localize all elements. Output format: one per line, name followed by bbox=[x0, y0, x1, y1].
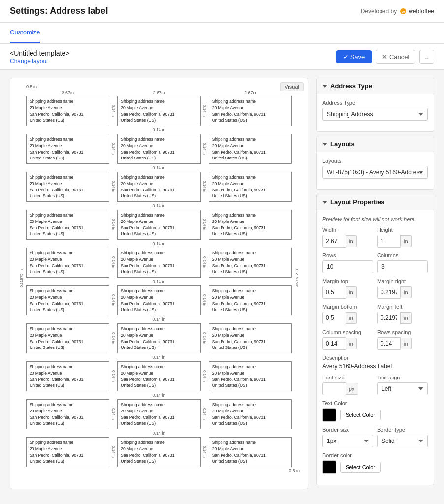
label-cell-10-1: Shipping address name20 Maple AvenueSan … bbox=[26, 437, 109, 467]
margin-left-input[interactable] bbox=[377, 312, 401, 324]
row-spacing-label: Rows spacing bbox=[377, 329, 428, 335]
margin-left-group: Margin left in bbox=[377, 304, 428, 324]
toolbar: <Untitled template> Change layout ✓ Save… bbox=[0, 44, 444, 70]
border-type-label: Border type bbox=[377, 427, 428, 433]
font-size-input[interactable] bbox=[322, 382, 346, 395]
label-cell-9-3: Shipping address name20 Maple AvenueSan … bbox=[209, 399, 292, 429]
label-cell-6-1: Shipping address name20 Maple AvenueSan … bbox=[26, 285, 109, 315]
menu-button[interactable]: ≡ bbox=[419, 50, 434, 64]
row-spacing-unit: in bbox=[401, 338, 412, 349]
width-height-row: Width in Height in bbox=[322, 227, 428, 248]
label-cell-4-3: Shipping address name20 Maple AvenueSan … bbox=[209, 210, 292, 240]
description-value: Avery 5160-Address Label bbox=[322, 363, 428, 370]
row-spacer-1: 0.14 in bbox=[26, 126, 292, 134]
layouts-group: Layouts WL-875(10x3) - Avery 5160-Addres… bbox=[322, 158, 428, 179]
layout-properties-title: Layout Properties bbox=[330, 198, 385, 206]
col2-ruler: 2.67in bbox=[117, 90, 200, 95]
margin-top-group: Margin top in bbox=[322, 278, 373, 299]
label-row-6: Shipping address name20 Maple AvenueSan … bbox=[26, 285, 292, 315]
height-label: Height bbox=[377, 227, 428, 233]
layouts-select[interactable]: WL-875(10x3) - Avery 5160-Address Label bbox=[322, 166, 428, 179]
border-color-label: Border color bbox=[322, 452, 428, 458]
label-cell-6-3: Shipping address name20 Maple AvenueSan … bbox=[209, 285, 292, 315]
layouts-body: Layouts WL-875(10x3) - Avery 5160-Addres… bbox=[317, 152, 434, 189]
layouts-header[interactable]: Layouts bbox=[317, 136, 434, 152]
border-size-label: Border size bbox=[322, 427, 373, 433]
tab-customize[interactable]: Customize bbox=[10, 23, 40, 43]
border-color-select-button[interactable]: Select Color bbox=[340, 462, 381, 472]
layout-properties-body: Preview for font size will not work here… bbox=[317, 210, 434, 485]
label-row-4: Shipping address name20 Maple AvenueSan … bbox=[26, 210, 292, 240]
label-cell-9-1: Shipping address name20 Maple AvenueSan … bbox=[26, 399, 109, 429]
columns-input[interactable] bbox=[377, 260, 428, 273]
margin-right-group: Margin right in bbox=[377, 278, 428, 299]
description-label: Description bbox=[322, 355, 428, 361]
rows-group: Rows bbox=[322, 252, 373, 273]
save-button[interactable]: ✓ Save bbox=[336, 50, 372, 63]
cancel-button[interactable]: ✕ Cancel bbox=[376, 50, 415, 64]
label-cell-2-3: Shipping address name20 Maple AvenueSan … bbox=[209, 134, 292, 164]
margin-right-input[interactable] bbox=[377, 286, 401, 299]
logo-label: webtoffee bbox=[409, 8, 434, 15]
col-spacing-input[interactable] bbox=[322, 337, 346, 350]
label-row-7: Shipping address name20 Maple AvenueSan … bbox=[26, 323, 292, 353]
width-label: Width bbox=[322, 227, 373, 233]
font-size-label: Font size bbox=[322, 375, 373, 380]
left-margin-label: 0.21975 in bbox=[19, 269, 24, 287]
col-spacer-2: 0.14 in bbox=[201, 96, 209, 126]
toolbar-left: <Untitled template> Change layout bbox=[10, 49, 69, 64]
margin-bottom-input[interactable] bbox=[322, 312, 346, 324]
border-color-group: Border color Select Color bbox=[322, 452, 428, 474]
margin-top-input[interactable] bbox=[322, 286, 346, 299]
text-align-select[interactable]: Left Center Right bbox=[377, 382, 428, 395]
label-row-1: Shipping address name 20 Maple Avenue Sa… bbox=[26, 96, 292, 126]
layout-properties-header[interactable]: Layout Properties bbox=[317, 194, 434, 210]
text-color-swatch[interactable] bbox=[322, 408, 336, 422]
page-title: Settings: Address label bbox=[10, 6, 108, 16]
label-cell-6-2: Shipping address name20 Maple AvenueSan … bbox=[117, 285, 200, 315]
address-type-select[interactable]: Shipping Address Billing Address bbox=[322, 108, 428, 121]
margin-bottom-left-row: Margin bottom in Margin left in bbox=[322, 304, 428, 324]
text-color-select-button[interactable]: Select Color bbox=[340, 410, 381, 420]
label-cell-8-2: Shipping address name20 Maple AvenueSan … bbox=[117, 361, 200, 391]
change-layout-link[interactable]: Change layout bbox=[10, 58, 48, 64]
border-size-select[interactable]: 1px 2px bbox=[322, 435, 373, 447]
label-cell-3-1: Shipping address name20 Maple AvenueSan … bbox=[26, 172, 109, 202]
font-align-row: Font size px Text align Left Center Righ… bbox=[322, 375, 428, 395]
row-spacer-7: 0.14 in bbox=[26, 353, 292, 361]
webtoffee-logo: w webtoffee bbox=[400, 8, 434, 15]
margin-left-input-group: in bbox=[377, 312, 428, 324]
font-size-group: Font size px bbox=[322, 375, 373, 395]
row-spacer-2: 0.14 in bbox=[26, 164, 292, 172]
addr-line1: 20 Maple Avenue bbox=[30, 105, 106, 111]
address-type-header[interactable]: Address Type bbox=[317, 78, 434, 94]
row-spacing-input[interactable] bbox=[377, 337, 401, 350]
border-color-swatch[interactable] bbox=[322, 460, 336, 474]
height-unit: in bbox=[401, 235, 412, 247]
preview-scroll[interactable]: 0.5 in 0.21975 in 2.67in 2.67in 2.67in bbox=[16, 84, 302, 473]
top-margin-label: 0.5 in bbox=[26, 84, 302, 89]
address-type-section: Address Type Address Type Shipping Addre… bbox=[316, 78, 434, 132]
col-spacer-1: 0.14 in bbox=[109, 96, 117, 126]
margin-bottom-input-group: in bbox=[322, 312, 373, 324]
addr-line2: San Pedro, California, 90731 bbox=[212, 111, 288, 118]
height-input[interactable] bbox=[377, 235, 401, 248]
border-size-type-row: Border size 1px 2px Border type Solid Da… bbox=[322, 427, 428, 447]
bottom-margin-label: 0.5 in bbox=[16, 468, 300, 473]
width-input[interactable] bbox=[322, 235, 346, 248]
toolbar-right: ✓ Save ✕ Cancel ≡ bbox=[336, 50, 434, 64]
rows-input[interactable] bbox=[322, 260, 373, 273]
width-group: Width in bbox=[322, 227, 373, 248]
col-row-spacing-row: Column spacing in Rows spacing in bbox=[322, 329, 428, 350]
addr-name: Shipping address name bbox=[212, 98, 288, 105]
label-row-8: Shipping address name20 Maple AvenueSan … bbox=[26, 361, 292, 391]
border-color-row: Select Color bbox=[322, 460, 428, 474]
description-group: Description Avery 5160-Address Label bbox=[322, 355, 428, 370]
row-spacer-8: 0.14 in bbox=[26, 391, 292, 399]
col-spacing-input-group: in bbox=[322, 337, 373, 350]
col-spacing-unit: in bbox=[346, 338, 357, 349]
left-margin-area: 0.21975 in bbox=[16, 90, 26, 467]
row-spacing-group: Rows spacing in bbox=[377, 329, 428, 350]
border-type-select[interactable]: Solid Dashed bbox=[377, 435, 428, 447]
row-spacing-input-group: in bbox=[377, 337, 428, 350]
